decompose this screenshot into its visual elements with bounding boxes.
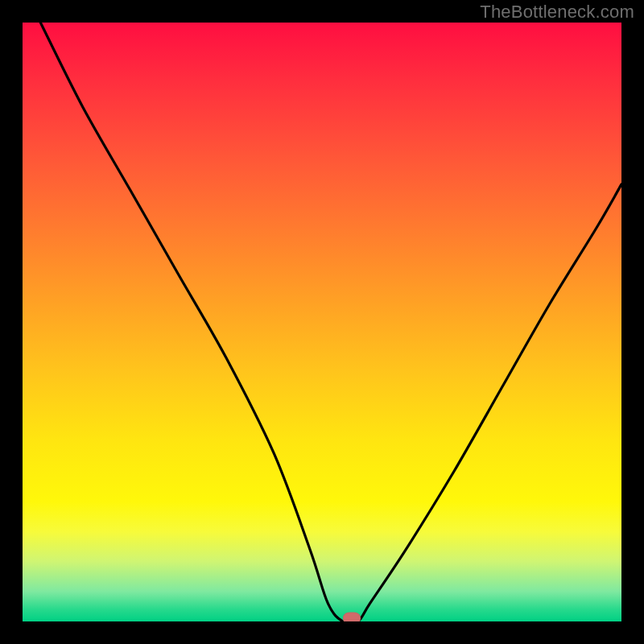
bottleneck-curve xyxy=(23,23,621,621)
curve-path xyxy=(40,23,621,621)
plot-area xyxy=(23,23,621,621)
chart-frame: TheBottleneck.com xyxy=(0,0,644,644)
optimal-point-marker xyxy=(343,613,361,622)
watermark-text: TheBottleneck.com xyxy=(480,2,634,23)
